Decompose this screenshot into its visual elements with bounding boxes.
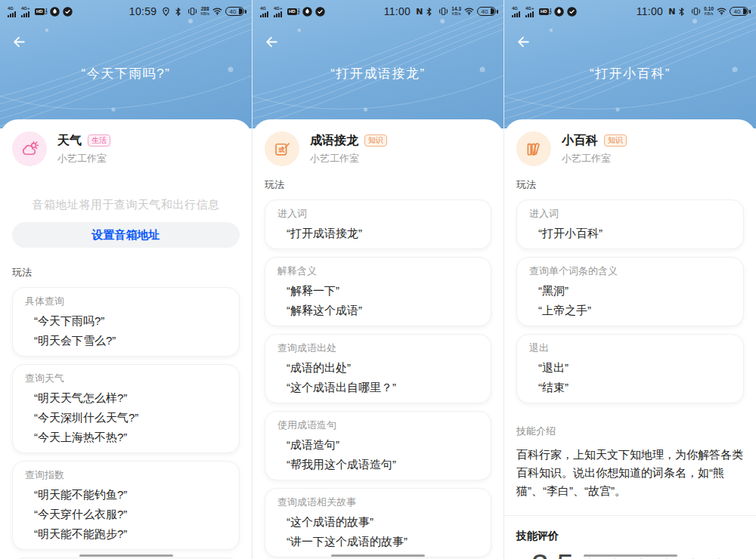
vpn-check-icon	[63, 7, 73, 17]
skill-intro-label: 技能介绍	[516, 425, 744, 438]
example-utterance: “今天下雨吗?”	[25, 311, 227, 331]
category-tag: 生活	[88, 134, 110, 147]
skill-developer: 小艺工作室	[57, 152, 110, 165]
example-utterance: “解释一下”	[277, 281, 479, 301]
example-utterance: “明天会下雪么?”	[25, 331, 227, 351]
hero-header: 4G 4G+ HD 12	[0, 0, 252, 128]
vpn-check-icon	[315, 7, 325, 17]
svg-text:成: 成	[277, 146, 284, 153]
status-bar: 4G 4G+ HD 12	[253, 0, 503, 23]
vibrate-icon	[187, 7, 197, 17]
battery-indicator: 40	[225, 7, 244, 16]
nfc-icon: N	[668, 7, 675, 17]
bluetooth-icon	[678, 7, 688, 17]
skill-name: 天气	[57, 133, 82, 149]
gesture-navigation-bar[interactable]	[79, 554, 173, 557]
voice-query-title: “打开成语接龙”	[253, 65, 503, 82]
card-title: 查询单个词条的含义	[529, 264, 731, 278]
card-title: 具体查询	[25, 295, 227, 308]
status-bar: 4G 4G+ HD 12	[0, 0, 252, 23]
voice-query-title: “打开小百科”	[504, 65, 756, 82]
weather-skill-icon	[12, 131, 47, 166]
category-tag: 知识	[364, 134, 387, 147]
signal-4g-icon: 4G	[8, 6, 18, 17]
example-utterance: “结束”	[529, 378, 731, 397]
example-utterance: “这个成语出自哪里？”	[277, 378, 479, 397]
example-utterance: “明天天气怎么样?”	[25, 388, 227, 408]
gesture-navigation-bar[interactable]	[331, 554, 425, 557]
screenshot-triptych: 4G 4G+ HD 12	[0, 0, 756, 559]
skill-name: 成语接龙	[310, 133, 358, 149]
usage-card: 查询成语相关故事 “这个成语的故事” “讲一下这个成语的故事”	[265, 488, 491, 557]
example-utterance: “成语造句”	[277, 435, 479, 455]
usage-card: 查询成语出处 “成语的出处” “这个成语出自哪里？”	[265, 334, 491, 403]
screen-weather-skill: 4G 4G+ HD 12	[0, 0, 252, 559]
back-button[interactable]	[262, 32, 281, 51]
bluetooth-icon	[175, 7, 184, 17]
card-title: 使用成语造句	[277, 418, 479, 432]
usage-card: 进入词 “打开成语接龙”	[265, 199, 491, 249]
nfc-icon: N	[416, 7, 423, 17]
wifi-icon	[717, 7, 727, 17]
data-saver-flame-icon	[302, 7, 312, 17]
network-speed: 288KB/s	[200, 7, 209, 17]
skill-header: 成 成语接龙 知识 小艺工作室	[265, 131, 491, 166]
detail-sheet: 成 成语接龙 知识 小艺工作室 玩法 进入词 “打开成语接龙” 解	[253, 119, 503, 559]
example-utterance: “退出”	[529, 358, 731, 378]
signal-4g-plus-icon: 4G+	[21, 6, 32, 17]
signal-4g-icon: 4G	[260, 6, 271, 17]
data-saver-flame-icon	[554, 7, 564, 17]
volte-hd-icon: HD 12	[35, 8, 47, 15]
usage-card: 查询天气 “明天天气怎么样?” “今天深圳什么天气?” “今天上海热不热?”	[12, 364, 240, 453]
idiom-book-skill-icon: 成	[265, 131, 299, 166]
hero-header: 4G 4G+ HD 12	[253, 0, 503, 128]
example-utterance: “打开成语接龙”	[277, 224, 479, 243]
set-speaker-address-button[interactable]: 设置音箱地址	[12, 222, 240, 248]
card-title: 查询指数	[25, 468, 227, 482]
clock-text: 11:00	[637, 5, 664, 17]
wifi-icon	[212, 7, 222, 17]
skill-name: 小百科	[562, 133, 598, 149]
vibrate-icon	[691, 7, 701, 17]
wifi-icon	[464, 7, 474, 17]
category-tag: 知识	[604, 134, 627, 147]
card-title: 查询成语出处	[277, 341, 479, 355]
location-pin-icon	[162, 7, 172, 17]
usage-card: 解释含义 “解释一下” “解释这个成语”	[265, 257, 491, 326]
example-utterance: “上帝之手”	[529, 301, 731, 320]
encyclopedia-books-skill-icon	[516, 131, 551, 166]
how-to-play-label: 玩法	[265, 178, 491, 192]
clock-text: 11:00	[384, 5, 411, 17]
how-to-play-label: 玩法	[516, 178, 744, 192]
example-utterance: “明天能不能跑步?”	[25, 524, 227, 544]
example-utterance: “今天穿什么衣服?”	[25, 505, 227, 524]
battery-indicator: 40	[730, 7, 748, 16]
how-to-play-label: 玩法	[12, 266, 240, 280]
voice-query-title: “今天下雨吗?”	[0, 65, 252, 82]
signal-4g-plus-icon: 4G+	[525, 6, 536, 17]
vpn-check-icon	[567, 7, 577, 17]
clock-text: 10:59	[129, 5, 157, 17]
example-utterance: “讲一下这个成语的故事”	[277, 532, 479, 551]
detail-sheet: 小百科 知识 小艺工作室 玩法 进入词 “打开小百科” 查询单个词条的含义 “黑…	[504, 119, 756, 559]
screen-idiom-chain-skill: 4G 4G+ HD 12	[252, 0, 504, 559]
example-utterance: “解释这个成语”	[277, 301, 479, 320]
data-saver-flame-icon	[50, 7, 60, 17]
card-title: 查询天气	[25, 372, 227, 385]
network-speed: 0.10KB/s	[704, 7, 714, 17]
example-utterance: “明天能不能钓鱼?”	[25, 485, 227, 505]
rating-score: 3.5	[516, 549, 589, 559]
volte-hd-icon: HD 12	[287, 8, 299, 15]
back-button[interactable]	[9, 32, 29, 51]
gesture-navigation-bar[interactable]	[584, 554, 677, 557]
example-utterance: “黑洞”	[529, 281, 731, 301]
back-button[interactable]	[513, 32, 533, 51]
usage-card: 退出 “退出” “结束”	[516, 334, 744, 403]
card-title: 进入词	[277, 207, 479, 221]
signal-4g-plus-icon: 4G+	[274, 6, 284, 17]
card-title: 进入词	[529, 207, 731, 221]
battery-indicator: 40	[477, 7, 496, 16]
skill-developer: 小艺工作室	[310, 152, 387, 165]
hero-header: 4G 4G+ HD 12	[504, 0, 756, 128]
section-divider	[504, 515, 756, 516]
